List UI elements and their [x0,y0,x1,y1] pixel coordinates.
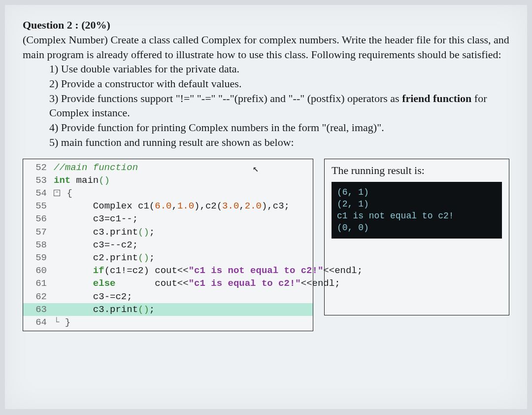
lower-area: ↖ 52 //main function 53 int main() 54 − … [23,159,509,332]
requirement-1: 1) Use double variables for the private … [49,62,509,76]
page: Question 2 : (20%) (Complex Number) Crea… [5,5,527,409]
code-line-highlighted: 63 c3.print(); [23,303,313,316]
terminal-output: (6, 1) (2, 1) c1 is not equal to c2! (0,… [332,182,502,239]
code-line: 62 c3-=c2; [23,290,313,303]
code-line: 52 //main function [23,161,313,174]
requirement-3-text: 3) Provide functions support "!=" "-=" "… [49,92,402,104]
code-line: 57 c3.print(); [23,226,313,239]
requirement-3-bold: friend function [402,92,471,104]
fold-icon[interactable]: − [54,190,60,196]
code-line: 53 int main() [23,174,313,187]
question-title: Question 2 : (20%) [23,19,509,32]
terminal-line: (0, 0) [337,222,497,234]
code-line: 64 └ } [23,316,313,329]
code-line: 56 c3=c1--; [23,212,313,225]
code-line: 61 else cout<<"c1 is equal to c2!"<<endl… [23,277,313,290]
mouse-cursor-icon: ↖ [253,162,259,176]
requirement-2: 2) Provide a constructor with default va… [49,76,509,91]
code-line: 58 c3=--c2; [23,239,313,251]
result-label: The running result is: [332,164,502,177]
terminal-line: c1 is not equal to c2! [337,210,497,222]
requirement-3: 3) Provide functions support "!=" "-=" "… [49,91,509,120]
code-line: 54 − { [23,187,313,200]
code-line: 55 Complex c1(6.0,1.0),c2(3.0,2.0),c3; [23,200,313,212]
requirement-4: 4) Provide function for printing Complex… [49,120,509,135]
code-line: 60 if(c1!=c2) cout<<"c1 is not equal to … [23,264,313,277]
terminal-line: (2, 1) [337,198,497,210]
terminal-line: (6, 1) [337,186,497,198]
result-panel: The running result is: (6, 1) (2, 1) c1 … [324,159,509,315]
requirement-5: 5) main function and running result are … [49,135,509,150]
question-intro: (Complex Number) Create a class called C… [23,33,509,62]
code-line: 59 c2.print(); [23,251,313,264]
code-listing: ↖ 52 //main function 53 int main() 54 − … [23,159,313,332]
